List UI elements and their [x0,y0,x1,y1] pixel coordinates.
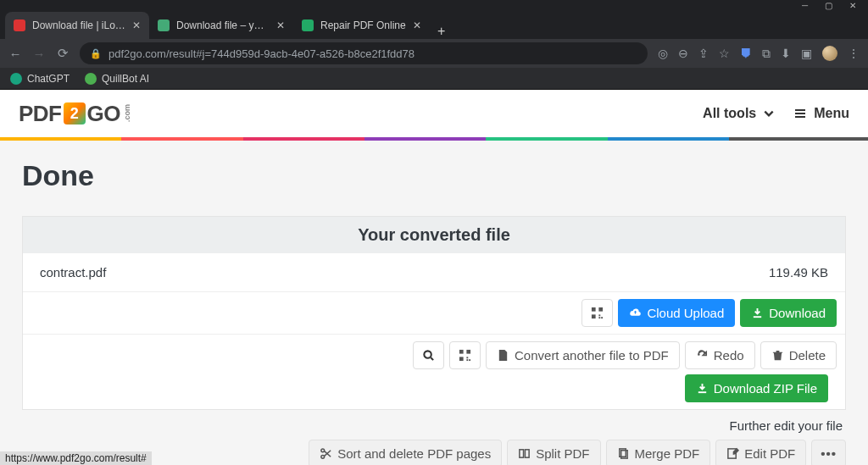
button-label: Redo [714,348,744,363]
download-zip-button[interactable]: Download ZIP File [685,374,828,402]
favicon [14,19,25,31]
tab-ilovepdf[interactable]: Download file | iLovePDF ✕ [5,12,149,39]
bookmark-icon [10,73,22,85]
svg-rect-11 [599,317,601,318]
menu-dots-icon[interactable]: ⋮ [848,47,860,60]
back-button[interactable]: ← [8,47,22,61]
svg-point-23 [321,455,325,458]
bookmark-star-icon[interactable]: ☆ [719,47,730,60]
svg-point-22 [321,449,325,452]
split-pdf-button[interactable]: Split PDF [507,440,600,465]
bookmark-label: ChatGPT [27,73,70,85]
address-bar[interactable]: 🔒 pdf2go.com/result#j=744d959d-9acb-4e07… [80,42,648,64]
panel-icon[interactable]: ▣ [801,47,812,60]
button-label: Sort and delete PDF pages [337,446,491,461]
scissors-icon [320,447,332,460]
more-actions-button[interactable]: ••• [811,440,846,465]
button-label: Delete [789,348,826,363]
button-label: Convert another file to PDF [515,348,669,363]
new-tab-button[interactable]: + [430,24,453,39]
merge-pdf-button[interactable]: Merge PDF [606,440,711,465]
extensions-icon[interactable]: ⧉ [762,47,771,61]
sort-delete-pages-button[interactable]: Sort and delete PDF pages [309,440,502,465]
redo-button[interactable]: Redo [685,341,755,369]
favicon [158,19,170,31]
qr-button[interactable] [581,299,613,327]
close-icon[interactable]: ✕ [132,19,141,31]
svg-rect-10 [602,317,604,318]
download-icon [751,307,764,319]
search-button[interactable] [413,341,444,369]
forward-button[interactable]: → [32,47,46,61]
qr-icon [591,307,604,319]
file-name: contract.pdf [40,265,106,280]
button-label: Merge PDF [635,446,700,461]
svg-rect-16 [466,350,470,354]
toolbar-right: ◎ ⊖ ⇪ ☆ ⛊ ⧉ ⬇ ▣ ⋮ [658,46,860,61]
share-icon[interactable]: ⇪ [698,47,709,60]
menu-label: Menu [814,106,849,121]
tab-repair[interactable]: Repair PDF Online ✕ [293,12,430,39]
site-logo[interactable]: PDF 2 GO .com [19,101,131,127]
browser-tabstrip: Download file | iLovePDF ✕ Download file… [0,10,868,39]
url-text: pdf2go.com/result#j=744d959d-9acb-4e07-a… [108,47,415,60]
svg-rect-12 [754,316,761,318]
edit-pdf-button[interactable]: Edit PDF [715,440,806,465]
all-tools-button[interactable]: All tools [696,106,775,121]
tab-title: Download file – your conversion [176,19,270,31]
svg-rect-20 [466,359,468,361]
convert-another-button[interactable]: Convert another file to PDF [486,341,680,369]
trash-icon [771,349,784,362]
button-label: Cloud Upload [647,306,724,320]
window-titlebar: ─ ▢ ✕ [0,0,868,10]
downloads-icon[interactable]: ⬇ [781,47,791,60]
svg-rect-8 [592,314,596,318]
search-icon [422,349,435,362]
logo-com: .com [123,104,131,122]
lock-icon: 🔒 [90,48,102,59]
tab-title: Download file | iLovePDF [32,19,125,31]
close-icon[interactable]: ✕ [413,19,421,31]
window-maximize[interactable]: ▢ [825,1,832,10]
download-icon [696,382,709,395]
hamburger-icon [793,107,807,120]
window-minimize[interactable]: ─ [802,1,808,10]
button-label: Edit PDF [744,446,795,461]
reload-button[interactable]: ⟳ [56,46,70,61]
tab-pdf2go[interactable]: Download file – your conversion ✕ [149,12,293,39]
result-panel: Your converted file contract.pdf 119.49 … [22,216,846,410]
secondary-section: Convert another file to PDF Redo Delete … [23,335,845,409]
page-content: PDF 2 GO .com All tools Menu Done Your c… [0,90,868,465]
close-icon[interactable]: ✕ [276,19,285,31]
svg-rect-18 [466,357,468,358]
logo-text: GO [87,101,120,127]
translate-icon[interactable]: ◎ [658,47,668,60]
svg-rect-21 [698,391,706,393]
button-label: Download ZIP File [714,381,817,396]
bookmark-icon [85,73,97,85]
svg-rect-26 [520,450,524,457]
delete-button[interactable]: Delete [760,341,837,369]
panel-header: Your converted file [23,217,845,253]
merge-icon [617,447,630,460]
menu-button[interactable]: Menu [793,106,849,121]
browser-status-bar: https://www.pdf2go.com/result# [0,451,152,465]
secondary-actions: Convert another file to PDF Redo Delete [31,341,837,369]
svg-line-14 [431,357,433,360]
further-edit-heading: Further edit your file [22,410,846,440]
cloud-upload-button[interactable]: Cloud Upload [618,299,735,327]
bookmark-quillbot[interactable]: QuillBot AI [85,73,149,85]
browser-toolbar: ← → ⟳ 🔒 pdf2go.com/result#j=744d959d-9ac… [0,39,868,68]
profile-avatar[interactable] [822,46,837,61]
site-header: PDF 2 GO .com All tools Menu [0,90,868,137]
file-icon [497,349,509,362]
bookmark-chatgpt[interactable]: ChatGPT [10,73,70,85]
svg-rect-6 [592,307,596,312]
page-title: Done [22,159,846,192]
window-close[interactable]: ✕ [849,1,856,10]
qr-button-2[interactable] [449,341,481,369]
zoom-icon[interactable]: ⊖ [678,47,688,60]
extension-shield-icon[interactable]: ⛊ [740,47,752,60]
download-button[interactable]: Download [740,299,837,327]
button-label: Download [769,306,826,320]
